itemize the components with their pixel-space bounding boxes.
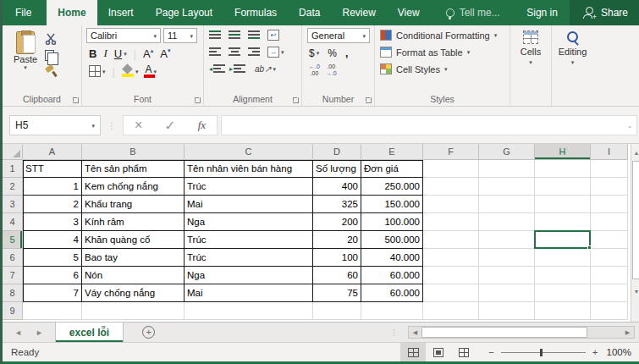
tab-insert[interactable]: Insert [97, 0, 145, 25]
sign-in-button[interactable]: Sign in [515, 0, 570, 25]
cell-A9[interactable] [23, 302, 82, 320]
italic-button[interactable]: I [103, 47, 107, 60]
clipboard-dialog-launcher-icon[interactable] [73, 97, 79, 103]
cell-H8[interactable] [535, 284, 591, 302]
cell-A8[interactable]: 7 [23, 284, 82, 302]
cell-B9[interactable] [82, 302, 185, 320]
column-header-D[interactable]: D [313, 144, 361, 160]
cell-A2[interactable]: 1 [23, 178, 82, 196]
cell-C6[interactable]: Trúc [185, 249, 313, 267]
scroll-down-icon[interactable]: ▼ [631, 284, 639, 298]
borders-button[interactable]: ▾ [89, 65, 106, 77]
decrease-font-size-button[interactable]: A [160, 47, 170, 60]
name-box-dropdown-icon[interactable]: ▾ [91, 123, 95, 129]
copy-button[interactable]: ▾ [45, 48, 59, 62]
tab-data[interactable]: Data [288, 0, 331, 25]
cell-H9[interactable] [535, 302, 591, 320]
cell-I2[interactable] [591, 178, 628, 196]
cell-C4[interactable]: Nga [185, 213, 313, 231]
cell-I8[interactable] [591, 284, 628, 302]
cell-A1[interactable]: STT [23, 160, 82, 178]
cell-E2[interactable]: 250.000 [361, 178, 423, 196]
zoom-slider[interactable] [501, 352, 586, 353]
cell-B7[interactable]: Nón [82, 267, 185, 284]
cell-B1[interactable]: Tên sản phẩm [82, 160, 185, 178]
format-painter-button[interactable] [45, 64, 59, 78]
cell-E4[interactable]: 100.000 [361, 213, 423, 231]
cell-E7[interactable]: 60.000 [361, 267, 423, 284]
formula-bar-splitter[interactable]: ⋮ [107, 124, 116, 128]
cell-D2[interactable]: 400 [313, 178, 361, 196]
tab-file[interactable]: File [0, 0, 47, 25]
cell-I9[interactable] [591, 302, 628, 320]
row-header-9[interactable]: 9 [3, 302, 23, 320]
cell-C2[interactable]: Trúc [185, 178, 313, 196]
cell-H6[interactable] [535, 249, 591, 267]
wrap-text-icon[interactable]: ↩ [267, 30, 279, 41]
fill-handle[interactable] [587, 245, 592, 250]
row-header-4[interactable]: 4 [3, 213, 23, 231]
cell-H2[interactable] [535, 178, 591, 196]
cell-G7[interactable] [479, 267, 535, 284]
row-header-6[interactable]: 6 [3, 249, 23, 267]
row-header-8[interactable]: 8 [3, 284, 23, 302]
scroll-up-icon[interactable]: ▲ [631, 146, 639, 159]
formula-bar-expand-icon[interactable]: ⌄ [627, 123, 632, 129]
page-layout-view-button[interactable] [426, 343, 451, 361]
cell-F7[interactable] [423, 267, 479, 284]
cell-F1[interactable] [423, 160, 479, 178]
horizontal-scroll-thumb[interactable] [421, 327, 587, 338]
sheet-tab-active[interactable]: excel lỗi [55, 323, 124, 342]
cell-G9[interactable] [479, 302, 535, 320]
cell-B4[interactable]: Kính râm [82, 213, 185, 231]
cell-G3[interactable] [479, 196, 535, 213]
selected-cell-H5[interactable] [534, 230, 591, 249]
column-header-E[interactable]: E [361, 144, 423, 160]
cell-H1[interactable] [535, 160, 591, 178]
cell-A4[interactable]: 3 [23, 213, 82, 231]
tabbar-splitter[interactable]: ⋮ [390, 328, 398, 337]
middle-align-icon[interactable] [229, 30, 240, 39]
sheet-nav-left-icon[interactable]: ◄ [14, 328, 22, 337]
page-break-view-button[interactable] [451, 343, 476, 361]
cut-button[interactable] [45, 32, 59, 46]
top-align-icon[interactable] [209, 30, 221, 39]
cell-H7[interactable] [535, 267, 591, 284]
comma-style-button[interactable]: , [345, 47, 348, 59]
sheet-nav-right-icon[interactable]: ► [36, 328, 43, 337]
font-name-combo[interactable]: Calibri▾ [86, 28, 161, 43]
bottom-align-icon[interactable] [248, 30, 260, 39]
normal-view-button[interactable] [400, 343, 426, 361]
tab-home[interactable]: Home [47, 0, 96, 25]
cell-I6[interactable] [591, 249, 628, 267]
cell-C5[interactable]: Trúc [185, 231, 313, 249]
formula-input[interactable]: ⌄ [221, 115, 637, 135]
font-color-button[interactable]: A▾ [145, 64, 157, 78]
vertical-scroll-thumb[interactable] [632, 161, 639, 279]
cell-D7[interactable]: 60 [313, 267, 361, 284]
cell-E9[interactable] [361, 302, 423, 320]
cell-A6[interactable]: 5 [23, 249, 82, 267]
zoom-in-button[interactable]: + [592, 347, 598, 357]
new-sheet-button[interactable]: + [142, 323, 155, 342]
cell-E8[interactable]: 60.000 [361, 284, 423, 302]
cell-I5[interactable] [591, 231, 628, 249]
insert-function-button[interactable]: fx [198, 119, 206, 132]
cell-H3[interactable] [535, 196, 591, 213]
cell-C9[interactable] [185, 302, 313, 320]
cell-B8[interactable]: Váy chống nắng [82, 284, 185, 302]
column-header-C[interactable]: C [185, 144, 313, 160]
cell-G4[interactable] [479, 213, 535, 231]
cell-D6[interactable]: 100 [313, 249, 361, 267]
cell-A3[interactable]: 2 [23, 196, 82, 213]
column-header-B[interactable]: B [82, 144, 185, 160]
row-header-3[interactable]: 3 [3, 196, 23, 213]
cell-E3[interactable]: 150.000 [361, 196, 423, 213]
scroll-left-icon[interactable]: ◀ [409, 329, 421, 336]
column-header-A[interactable]: A [23, 144, 82, 160]
cell-F9[interactable] [423, 302, 479, 320]
row-header-1[interactable]: 1 [3, 160, 23, 178]
cell-G6[interactable] [479, 249, 535, 267]
alignment-dialog-launcher-icon[interactable] [293, 97, 299, 103]
accounting-format-button[interactable]: $▾ [309, 47, 319, 59]
